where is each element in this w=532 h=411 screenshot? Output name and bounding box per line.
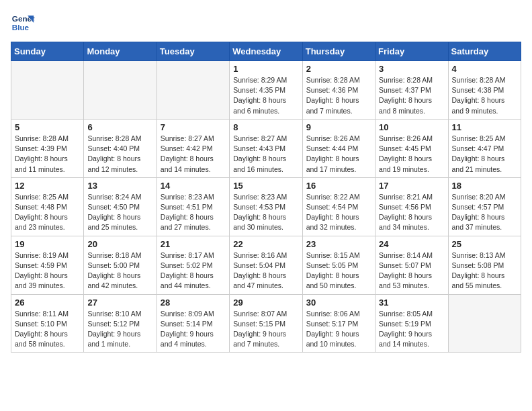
calendar-cell: 17Sunrise: 8:21 AM Sunset: 4:56 PM Dayli…	[375, 177, 448, 236]
weekday-header-sunday: Sunday	[11, 42, 84, 61]
day-info: Sunrise: 8:23 AM Sunset: 4:51 PM Dayligh…	[161, 192, 226, 233]
day-number: 14	[161, 181, 226, 191]
calendar-cell: 1Sunrise: 8:29 AM Sunset: 4:35 PM Daylig…	[230, 61, 302, 120]
logo-icon: General Blue	[11, 11, 35, 35]
day-info: Sunrise: 8:05 AM Sunset: 5:19 PM Dayligh…	[379, 309, 444, 350]
day-number: 21	[161, 239, 226, 249]
calendar-week-3: 19Sunrise: 8:19 AM Sunset: 4:59 PM Dayli…	[11, 236, 521, 294]
calendar-cell: 10Sunrise: 8:26 AM Sunset: 4:45 PM Dayli…	[375, 119, 448, 177]
day-info: Sunrise: 8:27 AM Sunset: 4:42 PM Dayligh…	[161, 134, 226, 175]
calendar-table: SundayMondayTuesdayWednesdayThursdayFrid…	[11, 42, 521, 353]
calendar-cell	[11, 61, 84, 120]
day-info: Sunrise: 8:13 AM Sunset: 5:08 PM Dayligh…	[452, 250, 517, 291]
day-info: Sunrise: 8:28 AM Sunset: 4:37 PM Dayligh…	[379, 75, 444, 116]
day-number: 2	[306, 64, 371, 74]
calendar-cell: 23Sunrise: 8:15 AM Sunset: 5:05 PM Dayli…	[302, 236, 375, 294]
calendar-week-0: 1Sunrise: 8:29 AM Sunset: 4:35 PM Daylig…	[11, 61, 521, 120]
weekday-header-saturday: Saturday	[448, 42, 521, 61]
calendar-week-1: 5Sunrise: 8:28 AM Sunset: 4:39 PM Daylig…	[11, 119, 521, 177]
day-info: Sunrise: 8:14 AM Sunset: 5:07 PM Dayligh…	[379, 250, 444, 291]
day-number: 30	[306, 298, 371, 308]
calendar-cell: 25Sunrise: 8:13 AM Sunset: 5:08 PM Dayli…	[448, 236, 521, 294]
day-number: 31	[379, 298, 444, 308]
svg-text:Blue: Blue	[12, 23, 30, 32]
day-info: Sunrise: 8:23 AM Sunset: 4:53 PM Dayligh…	[233, 192, 298, 233]
calendar-cell: 22Sunrise: 8:16 AM Sunset: 5:04 PM Dayli…	[230, 236, 302, 294]
calendar-cell: 15Sunrise: 8:23 AM Sunset: 4:53 PM Dayli…	[230, 177, 302, 236]
calendar-cell: 31Sunrise: 8:05 AM Sunset: 5:19 PM Dayli…	[375, 294, 448, 353]
day-number: 23	[306, 239, 371, 249]
calendar-cell: 13Sunrise: 8:24 AM Sunset: 4:50 PM Dayli…	[84, 177, 157, 236]
calendar-cell: 8Sunrise: 8:27 AM Sunset: 4:43 PM Daylig…	[230, 119, 302, 177]
day-info: Sunrise: 8:22 AM Sunset: 4:54 PM Dayligh…	[306, 192, 371, 233]
day-number: 4	[452, 64, 517, 74]
day-number: 3	[379, 64, 444, 74]
day-info: Sunrise: 8:09 AM Sunset: 5:14 PM Dayligh…	[161, 309, 226, 350]
calendar-cell: 20Sunrise: 8:18 AM Sunset: 5:00 PM Dayli…	[84, 236, 157, 294]
day-info: Sunrise: 8:21 AM Sunset: 4:56 PM Dayligh…	[379, 192, 444, 233]
calendar-cell: 3Sunrise: 8:28 AM Sunset: 4:37 PM Daylig…	[375, 61, 448, 120]
day-info: Sunrise: 8:10 AM Sunset: 5:12 PM Dayligh…	[87, 309, 152, 350]
day-info: Sunrise: 8:07 AM Sunset: 5:15 PM Dayligh…	[233, 309, 298, 350]
day-number: 19	[15, 239, 80, 249]
day-info: Sunrise: 8:20 AM Sunset: 4:57 PM Dayligh…	[452, 192, 517, 233]
day-number: 22	[233, 239, 298, 249]
weekday-header-wednesday: Wednesday	[230, 42, 302, 61]
day-number: 28	[161, 298, 226, 308]
day-number: 12	[15, 181, 80, 191]
calendar-cell: 5Sunrise: 8:28 AM Sunset: 4:39 PM Daylig…	[11, 119, 84, 177]
weekday-header-monday: Monday	[84, 42, 157, 61]
day-number: 24	[379, 239, 444, 249]
weekday-header-tuesday: Tuesday	[157, 42, 229, 61]
calendar-cell: 7Sunrise: 8:27 AM Sunset: 4:42 PM Daylig…	[157, 119, 229, 177]
day-number: 9	[306, 122, 371, 132]
calendar-cell: 18Sunrise: 8:20 AM Sunset: 4:57 PM Dayli…	[448, 177, 521, 236]
day-number: 29	[233, 298, 298, 308]
calendar-week-4: 26Sunrise: 8:11 AM Sunset: 5:10 PM Dayli…	[11, 294, 521, 353]
calendar-cell: 21Sunrise: 8:17 AM Sunset: 5:02 PM Dayli…	[157, 236, 229, 294]
calendar-cell: 29Sunrise: 8:07 AM Sunset: 5:15 PM Dayli…	[230, 294, 302, 353]
page-header: General Blue	[11, 11, 521, 35]
day-number: 8	[233, 122, 298, 132]
day-info: Sunrise: 8:25 AM Sunset: 4:47 PM Dayligh…	[452, 134, 517, 175]
day-info: Sunrise: 8:27 AM Sunset: 4:43 PM Dayligh…	[233, 134, 298, 175]
day-number: 1	[233, 64, 298, 74]
day-info: Sunrise: 8:25 AM Sunset: 4:48 PM Dayligh…	[15, 192, 80, 233]
calendar-cell: 26Sunrise: 8:11 AM Sunset: 5:10 PM Dayli…	[11, 294, 84, 353]
calendar-cell: 11Sunrise: 8:25 AM Sunset: 4:47 PM Dayli…	[448, 119, 521, 177]
day-number: 13	[87, 181, 152, 191]
day-number: 6	[87, 122, 152, 132]
day-info: Sunrise: 8:18 AM Sunset: 5:00 PM Dayligh…	[87, 250, 152, 291]
day-number: 27	[87, 298, 152, 308]
day-number: 26	[15, 298, 80, 308]
calendar-cell: 16Sunrise: 8:22 AM Sunset: 4:54 PM Dayli…	[302, 177, 375, 236]
day-info: Sunrise: 8:28 AM Sunset: 4:39 PM Dayligh…	[15, 134, 80, 175]
day-number: 5	[15, 122, 80, 132]
day-info: Sunrise: 8:11 AM Sunset: 5:10 PM Dayligh…	[15, 309, 80, 350]
day-info: Sunrise: 8:17 AM Sunset: 5:02 PM Dayligh…	[161, 250, 226, 291]
day-number: 16	[306, 181, 371, 191]
calendar-cell: 9Sunrise: 8:26 AM Sunset: 4:44 PM Daylig…	[302, 119, 375, 177]
calendar-cell: 6Sunrise: 8:28 AM Sunset: 4:40 PM Daylig…	[84, 119, 157, 177]
day-number: 18	[452, 181, 517, 191]
day-info: Sunrise: 8:29 AM Sunset: 4:35 PM Dayligh…	[233, 75, 298, 116]
day-number: 7	[161, 122, 226, 132]
day-number: 10	[379, 122, 444, 132]
calendar-cell: 2Sunrise: 8:28 AM Sunset: 4:36 PM Daylig…	[302, 61, 375, 120]
day-number: 17	[379, 181, 444, 191]
day-info: Sunrise: 8:28 AM Sunset: 4:38 PM Dayligh…	[452, 75, 517, 116]
calendar-cell	[157, 61, 229, 120]
calendar-cell: 28Sunrise: 8:09 AM Sunset: 5:14 PM Dayli…	[157, 294, 229, 353]
day-info: Sunrise: 8:24 AM Sunset: 4:50 PM Dayligh…	[87, 192, 152, 233]
day-info: Sunrise: 8:28 AM Sunset: 4:36 PM Dayligh…	[306, 75, 371, 116]
calendar-cell: 12Sunrise: 8:25 AM Sunset: 4:48 PM Dayli…	[11, 177, 84, 236]
calendar-cell: 14Sunrise: 8:23 AM Sunset: 4:51 PM Dayli…	[157, 177, 229, 236]
calendar-cell	[448, 294, 521, 353]
calendar-cell: 19Sunrise: 8:19 AM Sunset: 4:59 PM Dayli…	[11, 236, 84, 294]
day-info: Sunrise: 8:26 AM Sunset: 4:45 PM Dayligh…	[379, 134, 444, 175]
day-info: Sunrise: 8:19 AM Sunset: 4:59 PM Dayligh…	[15, 250, 80, 291]
weekday-header-friday: Friday	[375, 42, 448, 61]
calendar-cell: 4Sunrise: 8:28 AM Sunset: 4:38 PM Daylig…	[448, 61, 521, 120]
day-info: Sunrise: 8:06 AM Sunset: 5:17 PM Dayligh…	[306, 309, 371, 350]
day-number: 25	[452, 239, 517, 249]
